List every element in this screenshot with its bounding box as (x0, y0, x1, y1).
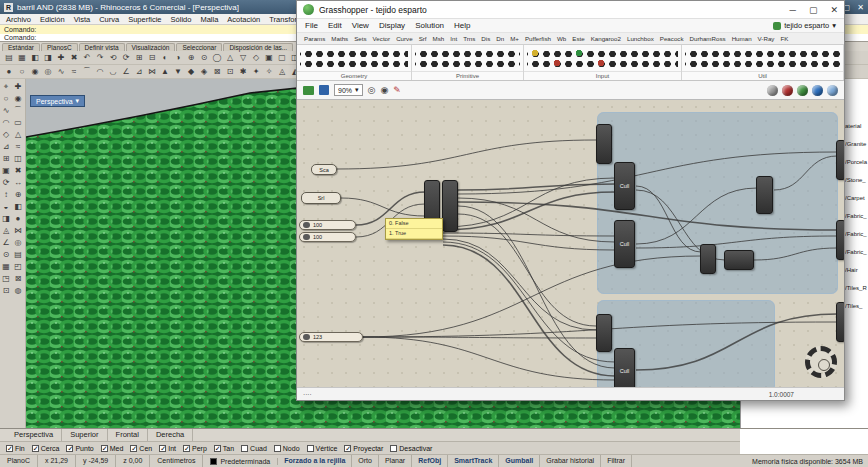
palette-group-label[interactable]: Util (682, 71, 843, 80)
toolbar-icon[interactable]: ⋈ (146, 66, 158, 78)
toolbar-icon[interactable]: ◆ (185, 66, 197, 78)
preview-shaded-icon[interactable] (797, 85, 808, 96)
menu-item[interactable]: Edit (328, 21, 342, 30)
material-item[interactable]: /Fabric_ (845, 225, 867, 243)
palette-group-label[interactable]: Input (524, 71, 681, 80)
sidebar-tool-icon[interactable]: ▣ (0, 165, 12, 177)
component-tab[interactable]: Int (447, 33, 460, 44)
sidebar-tool-icon[interactable]: ◧ (12, 201, 24, 213)
menu-item[interactable]: Solution (415, 21, 444, 30)
component-node[interactable] (836, 302, 844, 342)
component-tab[interactable]: Wb (554, 33, 569, 44)
osnap-toggle[interactable]: Proyectar (344, 445, 383, 452)
viewport-title-tab[interactable]: Perspectiva ▾ (30, 95, 85, 107)
toolbar-icon[interactable]: ▦ (16, 52, 28, 64)
layer-indicator[interactable]: Predeterminada (203, 458, 278, 465)
material-item[interactable]: /Hair (845, 261, 867, 279)
toolbar-icon[interactable]: ◈ (198, 66, 210, 78)
palette-group-label[interactable]: Geometry (297, 71, 411, 80)
status-cell[interactable]: PlanoC (0, 455, 38, 467)
component-tab[interactable]: Trns (460, 33, 478, 44)
status-toggle[interactable]: Filtrar (601, 455, 632, 467)
osnap-toggle[interactable]: Punto (66, 445, 93, 452)
sidebar-tool-icon[interactable]: ⋈ (12, 225, 24, 237)
component-tab[interactable]: Pufferfish (522, 33, 554, 44)
resize-grip-icon[interactable]: ···· (303, 391, 312, 398)
sketch-pencil-icon[interactable]: ✎ (393, 84, 401, 96)
viewport-tab[interactable]: Perspectiva (6, 429, 62, 441)
toolbar-icon[interactable]: ⊟ (146, 52, 158, 64)
minimize-icon[interactable]: ─ (790, 5, 796, 15)
toolbar-icon[interactable]: ◠ (94, 66, 106, 78)
osnap-toggle[interactable]: Cerca (32, 445, 60, 452)
toolbar-tab[interactable]: Definir vista (79, 43, 125, 51)
material-item[interactable]: /Porcela (845, 153, 867, 171)
toolbar-icon[interactable]: ⊕ (185, 52, 197, 64)
osnap-toggle[interactable]: Tan (214, 445, 234, 452)
toolbar-icon[interactable]: ✧ (263, 66, 275, 78)
toolbar-icon[interactable]: ▣ (263, 52, 275, 64)
sidebar-tool-icon[interactable]: ◉ (12, 93, 24, 105)
slider-grip-icon[interactable] (303, 334, 310, 340)
component-node[interactable] (700, 244, 716, 274)
toolbar-icon[interactable]: ◑ (172, 52, 184, 64)
series-param-node[interactable]: Srl (301, 192, 341, 204)
toolbar-icon[interactable]: ⊿ (133, 66, 145, 78)
toolbar-icon[interactable]: ◐ (159, 52, 171, 64)
gh-titlebar[interactable]: Grasshopper - tejido esparto ─ ▢ ✕ (297, 1, 844, 19)
component-tab[interactable]: Params (301, 33, 328, 44)
toolbar-icon[interactable]: ⟳ (120, 52, 132, 64)
osnap-toggle[interactable]: Int (159, 445, 176, 452)
toolbar-icon[interactable]: ▼ (172, 66, 184, 78)
menu-item[interactable]: Acotación (227, 15, 260, 24)
component-node[interactable] (596, 124, 612, 164)
sidebar-tool-icon[interactable]: ◒ (0, 201, 12, 213)
sidebar-tool-icon[interactable]: ◨ (0, 213, 12, 225)
component-node[interactable] (724, 250, 754, 270)
toolbar-tab[interactable]: Visualización (126, 43, 176, 51)
component-icons[interactable] (300, 47, 408, 71)
component-tab[interactable]: Srf (416, 33, 430, 44)
component-tab[interactable]: Peacock (657, 33, 687, 44)
sidebar-tool-icon[interactable]: ∿ (0, 105, 12, 117)
toolbar-icon[interactable]: △ (224, 52, 236, 64)
sidebar-tool-icon[interactable]: △ (12, 129, 24, 141)
toolbar-icon[interactable]: ⟲ (107, 52, 119, 64)
component-tab[interactable]: Vector (370, 33, 394, 44)
toolbar-tab[interactable]: PlanosC (41, 43, 78, 51)
component-node[interactable] (442, 180, 458, 232)
number-slider[interactable]: 123 (299, 332, 363, 342)
slider-grip-icon[interactable] (303, 234, 310, 240)
toolbar-icon[interactable]: ⊠ (211, 66, 223, 78)
menu-item[interactable]: Help (454, 21, 470, 30)
sidebar-tool-icon[interactable]: ◎ (12, 237, 24, 249)
component-tab[interactable]: Msh (430, 33, 448, 44)
toolbar-icon[interactable]: ◨ (42, 52, 54, 64)
status-toggle[interactable]: RefObj (412, 455, 448, 467)
cull-node[interactable]: Cull (614, 220, 635, 268)
toolbar-icon[interactable]: ≈ (68, 66, 80, 78)
canvas-compass-widget[interactable] (805, 346, 837, 378)
menu-item[interactable]: Display (379, 21, 405, 30)
menu-item[interactable]: Sólido (171, 15, 192, 24)
component-tab[interactable]: Sets (351, 33, 369, 44)
sidebar-tool-icon[interactable]: ◠ (0, 117, 12, 129)
palette-group-label[interactable]: Primitive (412, 71, 523, 80)
component-tab[interactable]: M+ (507, 33, 522, 44)
status-cell[interactable]: z 0,00 (116, 455, 150, 467)
toolbar-icon[interactable]: ▤ (3, 52, 15, 64)
sidebar-tool-icon[interactable]: ⊞ (0, 153, 12, 165)
toolbar-icon[interactable]: ◎ (42, 66, 54, 78)
component-node[interactable] (756, 176, 773, 214)
sidebar-tool-icon[interactable]: ✖ (12, 165, 24, 177)
toolbar-icon[interactable]: ⊙ (198, 52, 210, 64)
toolbar-icon[interactable]: ◇ (250, 52, 262, 64)
material-item[interactable]: /Granite (845, 135, 867, 153)
preview-off-icon[interactable] (767, 85, 778, 96)
sidebar-tool-icon[interactable]: ◇ (0, 129, 12, 141)
toolbar-icon[interactable]: ⌒ (81, 66, 93, 78)
component-node[interactable] (836, 140, 844, 180)
component-tab[interactable]: Dn (493, 33, 507, 44)
osnap-toggle[interactable]: Vértice (307, 445, 338, 452)
toolbar-icon[interactable]: ◧ (29, 52, 41, 64)
